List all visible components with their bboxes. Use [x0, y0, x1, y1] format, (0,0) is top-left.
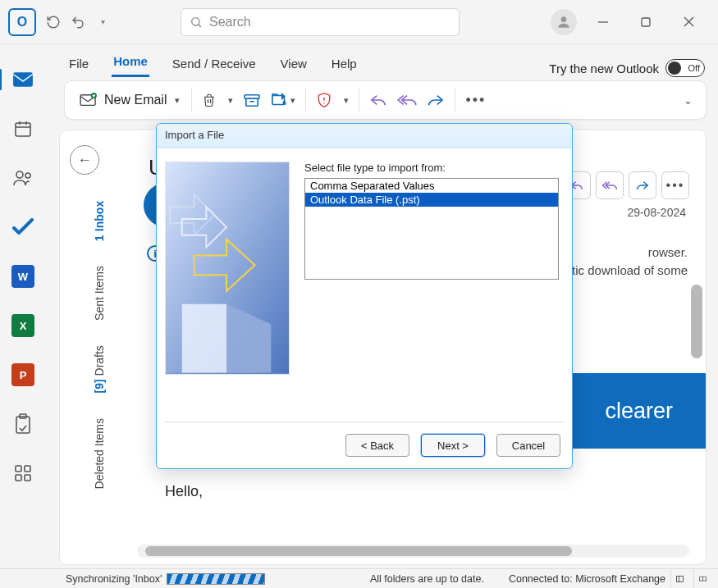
new-email-button[interactable]: New Email ▾	[73, 93, 186, 107]
forward-button[interactable]	[422, 86, 450, 114]
try-new-outlook-label: Try the new Outlook	[549, 62, 659, 75]
horizontal-scrollbar[interactable]	[137, 545, 689, 558]
powerpoint-icon: P	[11, 363, 34, 386]
reply-all-icon	[397, 93, 417, 107]
toggle-knob	[668, 62, 681, 75]
rail-more-apps[interactable]	[11, 461, 35, 485]
rail-calendar[interactable]	[11, 116, 35, 141]
reply-icon	[369, 93, 387, 107]
app-rail: W X P	[0, 44, 46, 570]
report-shield-icon	[316, 91, 332, 109]
word-icon: W	[11, 265, 34, 288]
svg-rect-17	[16, 466, 21, 472]
people-icon	[12, 169, 34, 187]
mail-icon	[12, 71, 34, 88]
tab-home[interactable]: Home	[112, 49, 149, 77]
vertical-scrollbar[interactable]	[691, 285, 702, 358]
option-pst[interactable]: Outlook Data File (.pst)	[305, 193, 558, 207]
rail-word[interactable]: W	[11, 264, 35, 289]
archive-button[interactable]	[238, 86, 266, 114]
search-icon	[190, 16, 203, 29]
message-actions: •••	[563, 171, 689, 199]
rail-notes[interactable]	[11, 412, 35, 436]
import-file-dialog: Import a File Select file type to	[156, 123, 573, 469]
toggle-off-label: Off	[688, 63, 700, 73]
svg-point-14	[25, 173, 30, 178]
qatoolbar-dropdown-icon[interactable]: ▾	[90, 10, 115, 34]
file-type-listbox[interactable]: Comma Separated Values Outlook Data File…	[304, 178, 559, 280]
chevron-down-icon: ▾	[175, 95, 180, 106]
reply-button[interactable]	[364, 86, 392, 114]
reply-all-button[interactable]	[392, 86, 422, 114]
rail-powerpoint[interactable]: P	[11, 362, 35, 387]
status-connection-label: Connected to: Microsoft Exchange	[509, 573, 665, 585]
wizard-graphic	[165, 162, 290, 375]
status-bar: Synchronizing 'Inbox' All folders are up…	[0, 568, 718, 588]
move-to-folder-icon	[271, 92, 289, 108]
new-email-label: New Email	[104, 93, 167, 107]
refresh-icon[interactable]	[41, 10, 66, 34]
account-avatar[interactable]	[551, 9, 577, 35]
tab-send-receive[interactable]: Send / Receive	[171, 52, 258, 77]
delete-button[interactable]	[197, 86, 222, 114]
msg-forward-button[interactable]	[629, 171, 656, 199]
outlook-window: O ▾ Search File Home Send / Receive View	[0, 0, 718, 588]
svg-rect-12	[16, 123, 30, 136]
message-body-hello: Hello,	[165, 483, 203, 500]
option-csv[interactable]: Comma Separated Values	[305, 179, 558, 193]
deleted-label: Deleted Items	[93, 418, 106, 489]
cancel-button[interactable]: Cancel	[496, 434, 560, 457]
view-reading-icon[interactable]	[693, 570, 711, 588]
rail-todo[interactable]	[11, 215, 35, 239]
undo-icon[interactable]	[66, 10, 90, 34]
delete-dropdown[interactable]: ▾	[222, 86, 238, 114]
apps-grid-icon	[14, 464, 32, 482]
sent-label: Sent Items	[93, 266, 106, 321]
search-input[interactable]: Search	[181, 8, 460, 36]
minimize-button[interactable]	[593, 12, 613, 32]
report-dropdown[interactable]: ▾	[337, 86, 354, 114]
svg-point-1	[561, 16, 567, 22]
svg-rect-19	[16, 475, 21, 481]
dialog-title: Import a File	[157, 124, 572, 148]
drafts-count: [9]	[93, 379, 106, 393]
folder-sent[interactable]: Sent Items	[91, 261, 107, 326]
back-button-dialog[interactable]: < Back	[345, 434, 409, 457]
folder-rail: 1Inbox Sent Items [9]Drafts Deleted Item…	[75, 196, 124, 554]
rail-excel[interactable]: X	[11, 313, 35, 338]
new-email-icon	[80, 93, 98, 107]
folder-drafts[interactable]: [9]Drafts	[91, 340, 107, 398]
tab-view[interactable]: View	[279, 52, 309, 77]
report-button[interactable]	[311, 86, 337, 114]
svg-rect-9	[246, 98, 258, 106]
todo-check-icon	[12, 218, 34, 236]
inbox-count: 1	[93, 235, 106, 241]
scroll-thumb[interactable]	[145, 546, 572, 556]
back-button[interactable]: ←	[70, 145, 99, 175]
svg-rect-18	[25, 466, 30, 472]
next-button[interactable]: Next >	[421, 434, 485, 457]
msg-more-button[interactable]: •••	[661, 171, 689, 199]
move-button[interactable]: ▾	[266, 86, 300, 114]
outlook-logo: O	[8, 8, 36, 36]
ribbon: New Email ▾ ▾ ▾ ▾ ••• ⌄	[64, 80, 707, 120]
rail-mail[interactable]	[11, 67, 35, 92]
status-folders-label: All folders are up to date.	[370, 573, 484, 585]
svg-point-0	[192, 17, 199, 25]
titlebar: O ▾ Search	[0, 0, 718, 44]
tab-file[interactable]: File	[67, 52, 90, 77]
close-button[interactable]	[679, 12, 698, 32]
maximize-button[interactable]	[636, 12, 656, 32]
forward-icon	[427, 93, 445, 107]
tab-help[interactable]: Help	[330, 52, 359, 77]
rail-people[interactable]	[11, 166, 35, 190]
folder-deleted[interactable]: Deleted Items	[91, 413, 107, 494]
try-new-outlook-toggle[interactable]: Off	[665, 59, 705, 77]
view-normal-icon[interactable]	[670, 570, 688, 588]
collapse-ribbon-button[interactable]: ⌄	[677, 86, 697, 114]
folder-inbox[interactable]: 1Inbox	[91, 196, 107, 246]
msg-reply-all-button[interactable]	[596, 171, 624, 199]
trash-icon	[202, 92, 217, 108]
archive-icon	[243, 93, 261, 107]
more-commands-button[interactable]: •••	[460, 86, 491, 114]
